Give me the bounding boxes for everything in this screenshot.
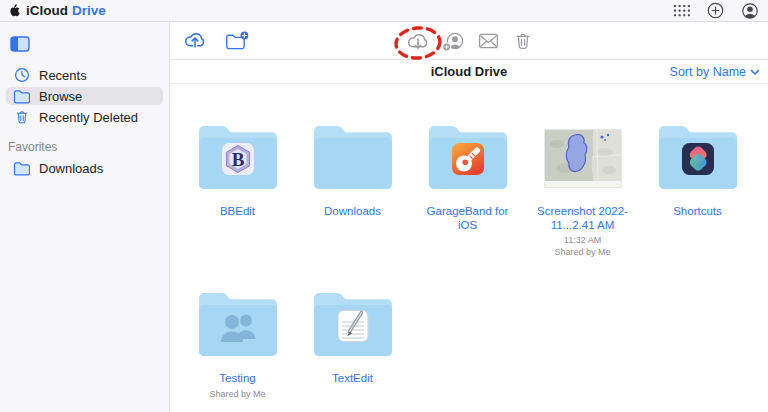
file-time: 11:32 AM [564,235,601,246]
icloud-drive-window: iCloud Drive [0,0,768,412]
cloud-download-icon[interactable] [406,28,430,54]
file-tile-shortcuts[interactable]: Shortcuts [640,123,755,290]
mail-icon[interactable] [476,28,500,54]
sidebar-item-label: Recents [39,68,87,83]
folder-icon [312,290,394,357]
folder-icon [312,123,394,190]
shortcuts-app-icon [681,142,715,176]
top-bar-actions [674,2,759,20]
shared-folder-icon [197,290,279,357]
sidebar-item-browse[interactable]: Browse [6,87,163,105]
favorites-heading: Favorites [8,140,169,154]
file-tile-downloads[interactable]: Downloads [295,123,410,290]
product-name: Drive [72,3,106,18]
file-tile-textedit[interactable]: TextEdit [295,290,410,412]
file-tile-garageband[interactable]: GarageBand for iOS [410,123,525,290]
sidebar-toggle-icon[interactable] [10,36,30,52]
toolbar-center-group [406,22,535,60]
trash-icon[interactable] [511,28,535,54]
file-name: TextEdit [332,372,373,386]
folder-icon [657,123,739,190]
toolbar [170,22,768,60]
folder-icon [13,161,30,176]
file-name: Testing [219,372,255,386]
sort-by-name-button[interactable]: Sort by Name [670,60,760,84]
folder-icon [13,89,30,104]
page-header: iCloud Drive Sort by Name [170,60,768,84]
sidebar-item-recently-deleted[interactable]: Recently Deleted [6,108,163,126]
clock-icon [13,67,30,83]
shared-people-icon [221,312,255,346]
app-grid-icon[interactable] [674,2,690,20]
svg-text:B: B [231,149,244,170]
textedit-app-icon [336,309,370,343]
chevron-down-icon [750,69,760,76]
page-title: iCloud Drive [431,64,508,79]
garageband-app-icon [451,142,485,176]
file-name: Downloads [324,205,381,219]
bbedit-app-icon: B [221,142,255,176]
folder-icon [427,123,509,190]
sidebar-item-label: Browse [39,89,82,104]
file-name: BBEdit [220,205,255,219]
sidebar-item-label: Recently Deleted [39,110,138,125]
sort-label: Sort by Name [670,65,746,79]
cloud-upload-icon[interactable] [183,28,207,54]
file-name: Shortcuts [673,205,722,219]
file-shared-status: Shared by Me [209,389,265,400]
sidebar-item-label: Downloads [39,161,103,176]
new-folder-icon[interactable] [225,28,249,54]
sidebar-item-recents[interactable]: Recents [6,66,163,84]
top-bar: iCloud Drive [0,0,768,22]
main-content: iCloud Drive Sort by Name B [170,22,768,412]
file-tile-screenshot[interactable]: Screenshot 2022-11...2.41 AM 11:32 AM Sh… [525,123,640,290]
sidebar: Recents Browse Recently Deleted Favorite… [0,22,170,412]
map-thumbnail-image [545,130,621,187]
add-person-icon[interactable] [441,28,465,54]
account-icon[interactable] [741,2,759,20]
toolbar-left-group [170,28,249,54]
file-tile-testing[interactable]: Testing Shared by Me [180,290,295,412]
folder-icon: B [197,123,279,190]
image-thumbnail [542,123,624,190]
file-grid: B BBEdit Downloads [170,84,768,412]
add-circle-icon[interactable] [707,2,724,20]
file-name: Screenshot 2022-11...2.41 AM [527,205,639,232]
file-shared-status: Shared by Me [554,247,610,258]
file-tile-bbedit[interactable]: B BBEdit [180,123,295,290]
brand-name: iCloud [26,3,68,18]
file-name: GarageBand for iOS [420,205,515,232]
app-title: iCloud Drive [9,3,106,18]
trash-icon [13,109,30,125]
apple-logo-icon [9,3,22,18]
sidebar-item-downloads[interactable]: Downloads [6,159,163,177]
